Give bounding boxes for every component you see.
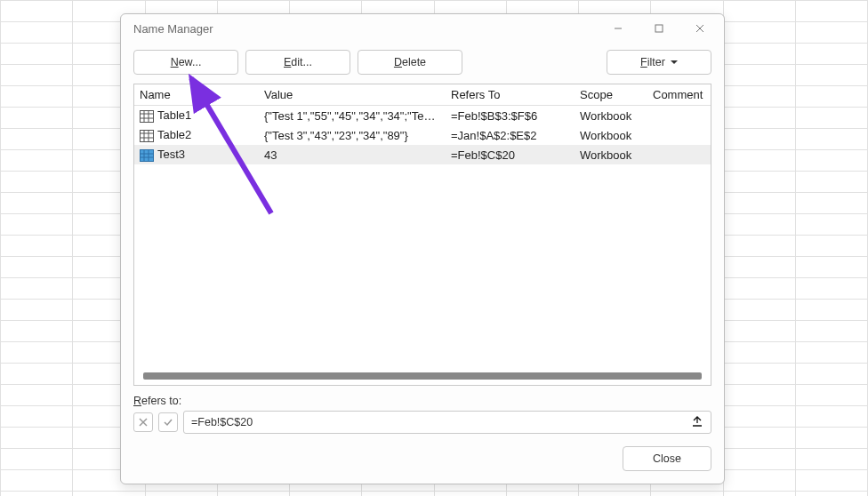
row-comment <box>647 151 711 158</box>
new-button[interactable]: New... <box>133 50 238 75</box>
name-manager-dialog: Name Manager New... Edit... Delete Filte… <box>120 13 725 484</box>
name-row[interactable]: Table2{"Test 3","43","23","34","89"}=Jan… <box>134 125 711 145</box>
row-name: Test3 <box>157 148 185 161</box>
titlebar: Name Manager <box>121 14 724 43</box>
table-icon <box>140 130 154 142</box>
column-headers: Name Value Refers To Scope Comment <box>134 84 711 106</box>
new-button-rest: ew... <box>179 56 202 68</box>
row-scope: Workbook <box>575 125 647 146</box>
row-comment <box>647 112 711 119</box>
minimize-button[interactable] <box>598 16 639 41</box>
row-refers: =Feb!$B$3:$F$6 <box>446 106 575 126</box>
name-row[interactable]: Table1{"Test 1","55","45","34","34";"Tes… <box>134 106 711 125</box>
row-scope: Workbook <box>575 145 647 165</box>
refers-to-label: Refers to: <box>133 395 711 407</box>
window-title: Name Manager <box>133 22 213 36</box>
edit-button-rest: dit... <box>291 56 312 68</box>
defined-name-icon <box>140 149 154 162</box>
delete-button[interactable]: Delete <box>358 50 462 75</box>
row-scope: Workbook <box>575 106 647 126</box>
row-value: {"Test 3","43","23","34","89"} <box>259 125 446 146</box>
row-comment <box>647 132 711 139</box>
close-button[interactable]: Close <box>623 446 711 471</box>
toolbar: New... Edit... Delete Filter <box>121 43 724 84</box>
name-row[interactable]: Test343=Feb!$C$20Workbook <box>134 145 711 164</box>
close-window-button[interactable] <box>679 16 720 41</box>
confirm-refers-button[interactable] <box>158 412 178 432</box>
header-comment[interactable]: Comment <box>647 84 711 105</box>
header-value[interactable]: Value <box>259 84 446 105</box>
svg-rect-14 <box>141 149 154 161</box>
dialog-footer: Close <box>121 434 724 484</box>
edit-button[interactable]: Edit... <box>245 50 350 75</box>
row-name: Table1 <box>157 108 191 122</box>
delete-button-rest: elete <box>402 56 426 68</box>
filter-button-rest: ilter <box>647 56 665 68</box>
table-icon <box>140 110 154 123</box>
header-refers[interactable]: Refers To <box>446 84 575 105</box>
names-rows: Table1{"Test 1","55","45","34","34";"Tes… <box>134 106 711 385</box>
row-value: 43 <box>259 145 446 165</box>
cancel-refers-button[interactable] <box>133 412 153 432</box>
filter-button[interactable]: Filter <box>607 50 711 75</box>
maximize-button[interactable] <box>639 16 679 41</box>
row-refers: =Jan!$A$2:$E$2 <box>446 125 575 146</box>
refers-to-input[interactable]: =Feb!$C$20 <box>183 411 711 434</box>
chevron-down-icon <box>671 60 678 64</box>
svg-rect-9 <box>141 130 154 141</box>
row-name: Table2 <box>157 128 191 141</box>
collapse-dialog-icon[interactable] <box>691 415 703 430</box>
refers-to-section: Refers to: =Feb!$C$20 <box>121 386 724 434</box>
row-refers: =Feb!$C$20 <box>446 145 575 165</box>
horizontal-scrollbar[interactable] <box>143 372 702 380</box>
svg-rect-4 <box>141 110 154 122</box>
row-value: {"Test 1","55","45","34","34";"Test... <box>259 106 446 126</box>
svg-rect-1 <box>655 25 663 32</box>
refers-to-value: =Feb!$C$20 <box>191 416 253 428</box>
header-name[interactable]: Name <box>134 84 259 105</box>
names-list: Name Value Refers To Scope Comment Table… <box>133 84 711 386</box>
header-scope[interactable]: Scope <box>575 84 647 105</box>
